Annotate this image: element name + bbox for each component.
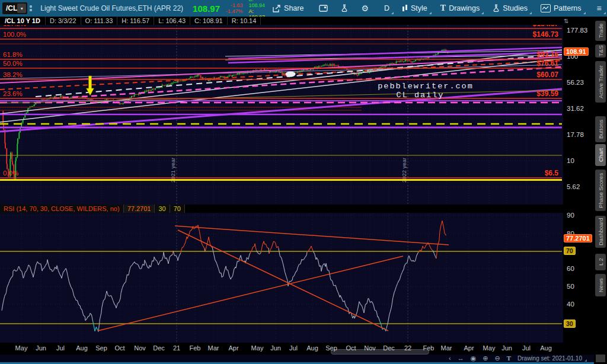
sidebar-tab-news[interactable]: News (595, 274, 606, 296)
share-icon (273, 5, 281, 12)
sidebar-tab-active-trader[interactable]: Active Trader (595, 61, 606, 103)
time-axis-label: Apr (228, 344, 238, 352)
time-axis: MayJunJulAugSepOctNovDec21FebMarAprMayJu… (0, 343, 594, 355)
drawings-button[interactable]: T Drawings (435, 0, 485, 17)
time-axis-label: Jun (501, 344, 512, 352)
ohlc-readout: /CL 10 Y 1D D: 3/3/22O: 111.33H: 116.57L… (0, 17, 607, 25)
timeframe-label: D (384, 4, 389, 12)
chevron-down-icon[interactable]: ▾ (17, 4, 26, 13)
sidebar-tab-t-s[interactable]: T&S (595, 44, 606, 58)
time-axis-label: Oct (346, 344, 356, 352)
zoom-in-icon[interactable]: ⊕ (483, 355, 488, 362)
svg-text:2021 year: 2021 year (170, 158, 176, 183)
sidebar-tab-phase-scores[interactable]: Phase Scores (595, 170, 606, 211)
rsi-overbought-level: 70 (170, 205, 185, 213)
ohlc-cell: L: 106.43 (154, 17, 190, 25)
svg-text:127.2%: 127.2% (3, 25, 26, 27)
quick-study-button[interactable] (336, 0, 353, 17)
rsi-chart-canvas[interactable] (0, 213, 563, 343)
rsi-current-value: 77.2701 (124, 205, 155, 213)
time-axis-label: Feb (423, 344, 435, 352)
svg-text:CL daily: CL daily (397, 91, 445, 100)
svg-text:$39.59: $39.59 (536, 90, 558, 98)
svg-text:61.8%: 61.8% (3, 51, 23, 58)
svg-text:$184.87: $184.87 (533, 25, 559, 28)
ohlc-cell: C: 108.91 (190, 17, 228, 25)
price-axis-tick: 31.62 (567, 105, 584, 112)
monitor-note-icon (319, 5, 328, 12)
price-chart-panel[interactable]: 2021 year2022 year127.2%$184.87100.0%$14… (0, 25, 563, 205)
chart-menu-button[interactable]: ≡ (592, 0, 607, 17)
time-axis-label: Mar (208, 344, 219, 352)
candle-style-icon (402, 5, 408, 12)
svg-text:50.0%: 50.0% (3, 60, 23, 67)
last-price: 108.97 (193, 4, 220, 14)
alerts-button[interactable] (314, 0, 333, 17)
time-axis-label: Jul (522, 344, 531, 352)
time-axis-label: Sep (325, 344, 337, 352)
ohlc-cell: D: 3/3/22 (46, 17, 81, 25)
time-axis-label: Oct (114, 344, 124, 352)
zoom-out-icon[interactable]: ⊖ (494, 355, 500, 362)
patterns-button[interactable]: Patterns (535, 0, 587, 17)
rsi-level-bubble: 30 (564, 320, 576, 328)
symbol-value: /CL (6, 4, 17, 12)
chart-status-bar: ‹↔◉⊕⊖T Drawing set: 2021-01.10 (0, 355, 607, 362)
chart-toolbar: /CL ▾ Light Sweet Crude Oil Futures,ETH … (0, 0, 607, 17)
time-axis-label: Jun (36, 344, 46, 352)
chart-period-label: /CL 10 Y 1D (0, 17, 46, 25)
time-axis-label: Jun (270, 344, 281, 352)
sidebar-tab-l-2[interactable]: L 2 (595, 254, 606, 270)
timeframe-button[interactable]: D (379, 0, 395, 17)
drawings-label: Drawings (449, 4, 480, 12)
sidebar-tab-chart[interactable]: Chart (595, 144, 606, 166)
symbol-input[interactable]: /CL ▾ (2, 2, 27, 14)
svg-text:100.0%: 100.0% (3, 31, 26, 38)
last-price-bubble: 108.91 (564, 47, 589, 56)
sidebar-tab-trade[interactable]: Trade (595, 21, 606, 41)
time-axis-label: May (483, 344, 496, 352)
time-axis-label: Jul (56, 344, 65, 352)
time-axis-label: 21 (173, 344, 180, 352)
style-button[interactable]: Style (397, 0, 433, 17)
rsi-study-header: RSI (14, 70, 30, CLOSE, WILDERS, no) 77.… (0, 205, 594, 213)
studies-button[interactable]: Studies (487, 0, 533, 17)
sidebar-tab-buttons[interactable]: Buttons (595, 116, 606, 142)
drawing-set-selector[interactable]: Drawing set: 2021-01.10 (517, 355, 587, 362)
text-tool-icon: T (440, 4, 446, 13)
time-axis-label: May (251, 344, 264, 352)
price-axis-tick: 5.62 (567, 183, 580, 190)
text-tool-icon[interactable]: T (507, 355, 511, 362)
rsi-oversold-level: 30 (155, 205, 170, 213)
time-axis-label: Dec (383, 344, 395, 352)
rsi-chart-panel[interactable] (0, 213, 563, 343)
sidebar-corner-box[interactable] (596, 355, 605, 362)
pan-arrows-icon[interactable]: ↔ (458, 355, 464, 362)
share-label: Share (284, 4, 304, 12)
rsi-value-bubble: 77.2701 (564, 234, 592, 242)
collapse-arrow-icon[interactable]: ‹ (449, 355, 451, 362)
change-stack: -1.63 -1.47% (226, 2, 243, 14)
price-axis-tick: 10 (567, 157, 574, 164)
gadget-sidebar: TradeT&SActive TraderButtonsChartPhase S… (594, 17, 607, 364)
price-chart-canvas[interactable]: 2021 year2022 year127.2%$184.87100.0%$14… (0, 25, 563, 205)
list-icon: ≡ (597, 4, 602, 13)
studies-label: Studies (503, 4, 528, 12)
bid-value: B: 108.94 (249, 0, 266, 8)
instrument-description: Light Sweet Crude Oil Futures,ETH (APR 2… (40, 4, 183, 12)
price-axis[interactable]: 177.8310056.2331.6217.78105.629080605040… (563, 25, 594, 355)
svg-text:2022 year: 2022 year (401, 158, 407, 183)
axis-arrows-icon[interactable]: ⇅ (564, 18, 568, 24)
svg-text:23.6%: 23.6% (3, 90, 23, 97)
crosshair-icon[interactable]: ◉ (471, 355, 477, 362)
share-button[interactable]: Share (267, 0, 309, 17)
change-value: -1.63 (226, 2, 243, 8)
rsi-level-bubble: 70 (564, 247, 576, 255)
rsi-axis-tick: 60 (567, 265, 574, 272)
symbol-link-icon[interactable] (30, 5, 32, 12)
sidebar-tab-dashboard[interactable]: Dashboard (595, 216, 606, 248)
time-axis-label: Aug (76, 344, 88, 352)
ohlc-cell: O: 111.33 (81, 17, 118, 25)
settings-button[interactable]: ⚙ (356, 0, 374, 17)
rsi-params-label[interactable]: RSI (14, 70, 30, CLOSE, WILDERS, no) (0, 205, 124, 213)
